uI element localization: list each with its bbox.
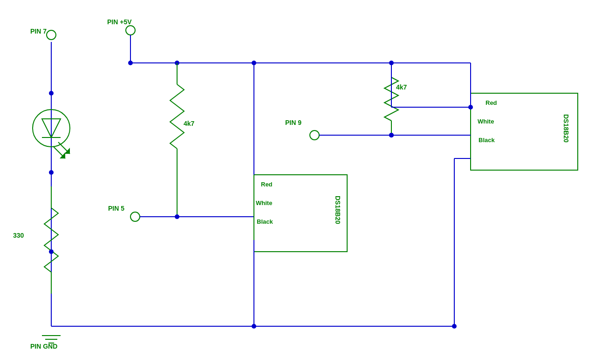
schematic-canvas	[0, 0, 595, 364]
